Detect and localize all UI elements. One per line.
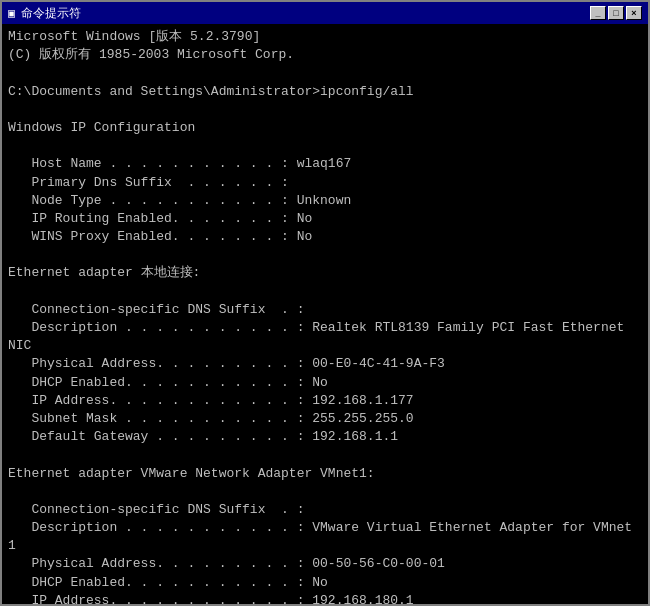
terminal-line: IP Address. . . . . . . . . . . . : 192.…: [8, 592, 642, 604]
terminal-line: Node Type . . . . . . . . . . . : Unknow…: [8, 192, 642, 210]
terminal-line: WINS Proxy Enabled. . . . . . . : No: [8, 228, 642, 246]
terminal-line: Description . . . . . . . . . . . : VMwa…: [8, 519, 642, 537]
cmd-window: ▣ 命令提示符 _ □ × Microsoft Windows [版本 5.2.…: [0, 0, 650, 606]
terminal-line: Ethernet adapter VMware Network Adapter …: [8, 465, 642, 483]
title-bar-left: ▣ 命令提示符: [8, 5, 81, 22]
terminal-line: [8, 446, 642, 464]
title-bar: ▣ 命令提示符 _ □ ×: [2, 2, 648, 24]
terminal-line: Description . . . . . . . . . . . : Real…: [8, 319, 642, 337]
close-button[interactable]: ×: [626, 6, 642, 20]
terminal-line: C:\Documents and Settings\Administrator>…: [8, 83, 642, 101]
terminal-line: Primary Dns Suffix . . . . . . :: [8, 174, 642, 192]
terminal-line: 1: [8, 537, 642, 555]
window-title: 命令提示符: [21, 5, 81, 22]
terminal-line: Default Gateway . . . . . . . . . : 192.…: [8, 428, 642, 446]
title-buttons: _ □ ×: [590, 6, 642, 20]
terminal-line: DHCP Enabled. . . . . . . . . . . : No: [8, 574, 642, 592]
terminal-line: Physical Address. . . . . . . . . : 00-5…: [8, 555, 642, 573]
terminal-line: Host Name . . . . . . . . . . . : wlaq16…: [8, 155, 642, 173]
minimize-button[interactable]: _: [590, 6, 606, 20]
terminal-line: [8, 137, 642, 155]
terminal-line: Physical Address. . . . . . . . . : 00-E…: [8, 355, 642, 373]
terminal-line: Connection-specific DNS Suffix . :: [8, 501, 642, 519]
terminal-line: IP Routing Enabled. . . . . . . : No: [8, 210, 642, 228]
terminal-line: [8, 483, 642, 501]
terminal-line: (C) 版权所有 1985-2003 Microsoft Corp.: [8, 46, 642, 64]
terminal-line: [8, 283, 642, 301]
terminal-line: Connection-specific DNS Suffix . :: [8, 301, 642, 319]
terminal-line: Windows IP Configuration: [8, 119, 642, 137]
terminal-line: Ethernet adapter 本地连接:: [8, 264, 642, 282]
terminal-content: Microsoft Windows [版本 5.2.3790](C) 版权所有 …: [2, 24, 648, 604]
terminal-line: DHCP Enabled. . . . . . . . . . . : No: [8, 374, 642, 392]
terminal-line: [8, 101, 642, 119]
maximize-button[interactable]: □: [608, 6, 624, 20]
terminal-line: [8, 64, 642, 82]
window-icon: ▣: [8, 6, 15, 21]
terminal-line: Subnet Mask . . . . . . . . . . . : 255.…: [8, 410, 642, 428]
terminal-line: NIC: [8, 337, 642, 355]
terminal-line: Microsoft Windows [版本 5.2.3790]: [8, 28, 642, 46]
terminal-line: IP Address. . . . . . . . . . . . : 192.…: [8, 392, 642, 410]
terminal-line: [8, 246, 642, 264]
